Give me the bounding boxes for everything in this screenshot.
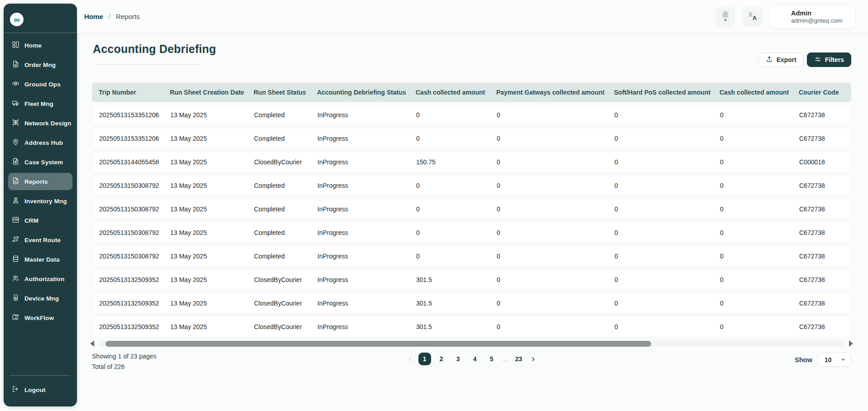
table-cell-trip-number: 20250513150308792 — [99, 229, 170, 236]
sidebar-item-reports[interactable]: Reports — [8, 173, 72, 190]
sidebar-item-workflow[interactable]: WorkFlow — [8, 309, 72, 326]
page-button-23[interactable]: 23 — [512, 353, 525, 365]
sidebar-item-order-mng[interactable]: Order Mng — [8, 56, 72, 73]
sidebar: ∞ Home Order Mng Ground Ops Fleet Mng Ne… — [4, 4, 77, 406]
table-cell-courier-code: C672738 — [799, 135, 851, 142]
page-size-select[interactable]: 10 — [818, 353, 851, 367]
column-header: Trip Number — [99, 89, 170, 96]
export-label: Export — [777, 56, 796, 63]
table-cell-cash-collected: 0 — [416, 182, 497, 189]
table-cell-creation-date: 13 May 2025 — [170, 182, 254, 189]
table-cell-payment-gateways: 0 — [497, 253, 614, 260]
logout-icon — [12, 385, 19, 395]
table-cell-payment-gateways: 0 — [497, 323, 614, 330]
sidebar-item-label: WorkFlow — [24, 315, 54, 321]
table-cell-pos-collected: 0 — [614, 182, 720, 189]
scroll-left-arrow-icon[interactable] — [90, 340, 94, 347]
user-menu[interactable]: Admin admin@gnteq.com — [770, 5, 856, 29]
table-cell-trip-number: 20250513153351206 — [99, 111, 170, 119]
column-header: Cash collected amount — [719, 89, 799, 96]
page-button-5[interactable]: 5 — [485, 353, 498, 365]
table-cell-debriefing-status: InProgress — [317, 229, 416, 236]
table-cell-courier-code: C672738 — [799, 182, 851, 189]
table-cell-trip-number: 20250513150308792 — [99, 253, 170, 260]
topbar: Home / Reports A Admin admin@gnteq.com — [77, 0, 868, 33]
scroll-right-arrow-icon[interactable] — [849, 340, 853, 347]
authorization-icon — [12, 274, 19, 284]
sidebar-item-label: Case System — [24, 159, 63, 166]
showing-text: Showing 1 of 23 pages — [92, 351, 156, 362]
sidebar-item-fleet-mng[interactable]: Fleet Mng — [8, 95, 72, 112]
sidebar-item-master-data[interactable]: Master Data — [8, 251, 72, 268]
ground-ops-icon — [12, 80, 19, 89]
table-cell-courier-code: C672738 — [799, 111, 851, 119]
sidebar-item-crm[interactable]: CRM CRM — [8, 212, 72, 229]
sidebar-item-label: CRM — [24, 217, 38, 224]
table-cell-run-sheet-status: Completed — [254, 135, 317, 142]
address-hub-icon — [12, 138, 19, 148]
page-button-3[interactable]: 3 — [452, 353, 465, 365]
crm-icon: CRM — [12, 216, 19, 225]
table-cell-creation-date: 13 May 2025 — [170, 300, 254, 307]
table-row: 20250513150308792 13 May 2025 Completed … — [92, 175, 851, 196]
sidebar-item-label: Master Data — [24, 256, 60, 263]
filters-button[interactable]: Filters — [807, 53, 851, 67]
column-header: Accounting Debriefing Status — [317, 89, 416, 96]
previous-page-button[interactable] — [406, 356, 414, 363]
sidebar-item-home[interactable]: Home — [8, 37, 72, 54]
table-cell-pos-collected: 0 — [614, 135, 720, 142]
sidebar-item-device-mng[interactable]: Device Mng — [8, 290, 72, 307]
table-cell-pos-collected: 0 — [614, 300, 720, 307]
page-button-2[interactable]: 2 — [435, 353, 448, 365]
home-icon — [12, 41, 19, 50]
horizontal-scrollbar — [90, 340, 853, 347]
next-page-button[interactable] — [529, 356, 537, 363]
bell-icon — [720, 10, 731, 23]
table-cell-cash-collected: 150.75 — [416, 158, 497, 166]
table-cell-run-sheet-status: ClosedByCourier — [254, 323, 317, 330]
filters-sliders-icon — [814, 56, 821, 64]
sidebar-item-ground-ops[interactable]: Ground Ops — [8, 76, 72, 93]
page-button-4[interactable]: 4 — [469, 353, 481, 365]
scrollbar-thumb[interactable] — [106, 341, 651, 347]
table-cell-run-sheet-status: ClosedByCourier — [254, 300, 317, 307]
table-cell-payment-gateways: 0 — [497, 276, 614, 283]
table-cell-debriefing-status: InProgress — [317, 182, 416, 189]
sidebar-item-network-design[interactable]: Network Design — [8, 115, 72, 132]
logout-button[interactable]: Logout — [8, 381, 72, 398]
sidebar-item-label: Home — [24, 42, 42, 49]
app-logo[interactable]: ∞ — [10, 13, 24, 26]
filters-label: Filters — [825, 56, 844, 63]
table-row: 20250513153351206 13 May 2025 Completed … — [92, 128, 851, 149]
table-cell-debriefing-status: InProgress — [317, 158, 416, 166]
sidebar-item-event-route[interactable]: Event Route — [8, 231, 72, 249]
language-button[interactable]: A — [743, 6, 762, 27]
translate-icon: A — [748, 11, 758, 23]
table-cell-trip-number: 20250513153351206 — [99, 135, 170, 142]
sidebar-item-authorization[interactable]: Authorization — [8, 270, 72, 287]
page-header: Accounting Debriefing Export Filters — [77, 33, 868, 83]
table-cell-run-sheet-status: Completed — [254, 229, 317, 236]
table-cell-payment-gateways: 0 — [497, 158, 614, 166]
table-cell-run-sheet-status: ClosedByCourier — [254, 158, 317, 166]
table-cell-trip-number: 20250513132509352 — [99, 276, 170, 283]
table-footer: Showing 1 of 23 pages Total of 226 1 2 3… — [92, 350, 851, 382]
breadcrumb-home-link[interactable]: Home — [84, 13, 103, 20]
table-cell-creation-date: 13 May 2025 — [170, 206, 254, 213]
notifications-button[interactable] — [715, 6, 735, 27]
sidebar-item-case-system[interactable]: Case System — [8, 153, 72, 171]
table-cell-cash-collected-2: 0 — [720, 253, 799, 260]
fleet-mng-icon — [12, 99, 19, 109]
table-cell-trip-number: 20250513132509352 — [99, 300, 170, 307]
network-design-icon — [12, 119, 19, 128]
sidebar-item-address-hub[interactable]: Address Hub — [8, 134, 72, 151]
column-header: Cash collected amount — [416, 89, 496, 96]
table-cell-run-sheet-status: Completed — [254, 182, 317, 189]
export-button[interactable]: Export — [758, 53, 804, 67]
table-cell-cash-collected: 0 — [416, 111, 497, 119]
chevron-down-icon — [840, 356, 846, 364]
table-cell-creation-date: 13 May 2025 — [170, 135, 254, 142]
sidebar-item-inventory-mng[interactable]: Inventory Mng — [8, 192, 72, 210]
scrollbar-track[interactable] — [98, 341, 845, 347]
page-button-1[interactable]: 1 — [418, 353, 431, 365]
